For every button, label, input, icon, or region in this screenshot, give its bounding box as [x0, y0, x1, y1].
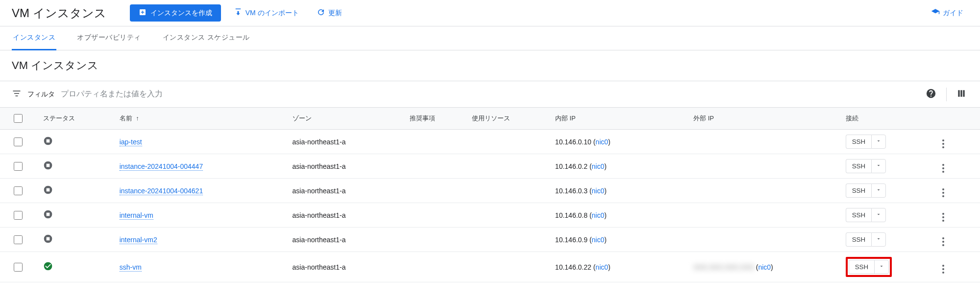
help-button[interactable] [924, 86, 938, 102]
svg-rect-7 [47, 213, 50, 216]
guide-label: ガイド [943, 9, 963, 18]
ssh-dropdown-button[interactable] [871, 159, 886, 173]
instances-table: ステータス 名前 ↑ ゾーン 推奨事項 使用リソース 内部 IP 外部 IP 接… [0, 108, 980, 282]
ssh-dropdown-button[interactable] [871, 232, 886, 247]
col-reco[interactable]: 推奨事項 [406, 108, 468, 130]
zone-cell: asia-northeast1-a [289, 203, 406, 228]
instance-name-link[interactable]: internal-vm2 [120, 236, 157, 244]
col-extip[interactable]: 外部 IP [689, 108, 842, 130]
nic-link[interactable]: nic0 [595, 263, 608, 271]
ssh-dropdown-button[interactable] [871, 208, 886, 222]
nic-link[interactable]: nic0 [592, 211, 605, 219]
row-menu-button[interactable] [942, 188, 944, 197]
divider [946, 88, 947, 101]
zone-cell: asia-northeast1-a [289, 228, 406, 252]
external-ip-cell [689, 179, 842, 203]
select-all-checkbox[interactable] [14, 114, 23, 123]
filter-label: フィルタ [27, 90, 55, 99]
ssh-highlight: SSH [846, 257, 892, 277]
internal-ip-cell: 10.146.0.2 (nic0) [551, 154, 689, 179]
caret-down-icon [876, 211, 882, 219]
row-checkbox[interactable] [14, 235, 23, 244]
status-stopped-icon [43, 209, 53, 219]
caret-down-icon [876, 187, 882, 194]
filter-icon[interactable] [12, 89, 22, 100]
ssh-button[interactable]: SSH [846, 183, 871, 198]
refresh-label: 更新 [328, 9, 342, 18]
refresh-icon [317, 8, 325, 18]
ssh-button[interactable]: SSH [849, 260, 874, 274]
instance-name-link[interactable]: ssh-vm [120, 263, 142, 272]
nic-link[interactable]: nic0 [592, 187, 605, 195]
tab-instances[interactable]: インスタンス [12, 26, 56, 50]
filter-bar: フィルタ プロパティ名または値を入力 [0, 81, 980, 108]
row-menu-button[interactable] [942, 139, 944, 148]
instance-name-link[interactable]: iap-test [120, 138, 142, 146]
row-checkbox[interactable] [14, 186, 23, 195]
col-status[interactable]: ステータス [39, 108, 115, 130]
row-menu-button[interactable] [942, 213, 944, 222]
zone-cell: asia-northeast1-a [289, 130, 406, 154]
external-ip-redacted: XXX.XXX.XXX.XXX [693, 263, 754, 271]
table-row: ssh-vmasia-northeast1-a10.146.0.22 (nic0… [0, 252, 980, 282]
nic-link[interactable]: nic0 [592, 236, 605, 244]
nic-link[interactable]: nic0 [758, 263, 771, 271]
table-row: internal-vmasia-northeast1-a10.146.0.8 (… [0, 203, 980, 228]
row-menu-button[interactable] [942, 265, 944, 274]
section-heading: VM インスタンス [0, 50, 980, 81]
nic-link[interactable]: nic0 [592, 162, 605, 170]
ssh-dropdown-button[interactable] [871, 183, 886, 198]
tabs: インスタンス オブザーバビリティ インスタンス スケジュール [0, 26, 980, 50]
external-ip-cell: XXX.XXX.XXX.XXX (nic0) [689, 252, 842, 282]
create-instance-button[interactable]: インスタンスを作成 [130, 4, 221, 22]
column-selector-button[interactable] [955, 87, 968, 102]
row-checkbox[interactable] [14, 263, 23, 272]
col-res[interactable]: 使用リソース [468, 108, 551, 130]
ssh-dropdown-button[interactable] [874, 260, 889, 274]
caret-down-icon [876, 138, 882, 145]
svg-rect-9 [47, 237, 50, 241]
row-checkbox[interactable] [14, 162, 23, 171]
import-vm-button[interactable]: VM のインポート [229, 4, 304, 22]
col-zone[interactable]: ゾーン [289, 108, 406, 130]
ssh-button[interactable]: SSH [846, 232, 871, 247]
table-row: iap-testasia-northeast1-a10.146.0.10 (ni… [0, 130, 980, 154]
caret-down-icon [879, 263, 884, 271]
caret-down-icon [876, 236, 882, 243]
ssh-button[interactable]: SSH [846, 135, 871, 149]
tab-observability[interactable]: オブザーバビリティ [76, 26, 142, 50]
nic-link[interactable]: nic0 [595, 138, 608, 146]
zone-cell: asia-northeast1-a [289, 252, 406, 282]
import-vm-label: VM のインポート [245, 9, 299, 18]
ssh-button[interactable]: SSH [846, 159, 871, 173]
help-icon [926, 88, 936, 100]
status-stopped-icon [43, 136, 53, 146]
internal-ip-cell: 10.146.0.10 (nic0) [551, 130, 689, 154]
row-menu-button[interactable] [942, 237, 944, 246]
ssh-dropdown-button[interactable] [871, 135, 886, 149]
col-conn[interactable]: 接続 [842, 108, 939, 130]
status-stopped-icon [43, 234, 53, 244]
ssh-button[interactable]: SSH [846, 208, 871, 222]
internal-ip-cell: 10.146.0.22 (nic0) [551, 252, 689, 282]
instance-name-link[interactable]: internal-vm [120, 211, 153, 220]
table-row: instance-20241004-004621asia-northeast1-… [0, 179, 980, 203]
refresh-button[interactable]: 更新 [312, 4, 347, 22]
instance-name-link[interactable]: instance-20241004-004621 [120, 187, 203, 195]
table-row: instance-20241004-004447asia-northeast1-… [0, 154, 980, 179]
tab-schedule[interactable]: インスタンス スケジュール [162, 26, 251, 50]
row-menu-button[interactable] [942, 164, 944, 173]
guide-icon [931, 8, 940, 18]
external-ip-cell [689, 130, 842, 154]
create-instance-label: インスタンスを作成 [150, 9, 212, 18]
row-checkbox[interactable] [14, 138, 23, 146]
status-stopped-icon [43, 160, 53, 170]
row-checkbox[interactable] [14, 211, 23, 220]
svg-rect-5 [47, 188, 50, 192]
filter-input[interactable]: プロパティ名または値を入力 [61, 89, 918, 99]
col-intip[interactable]: 内部 IP [551, 108, 689, 130]
guide-button[interactable]: ガイド [926, 4, 968, 22]
instance-name-link[interactable]: instance-20241004-004447 [120, 162, 203, 171]
sort-asc-icon: ↑ [136, 115, 139, 122]
col-name[interactable]: 名前 ↑ [116, 108, 289, 130]
